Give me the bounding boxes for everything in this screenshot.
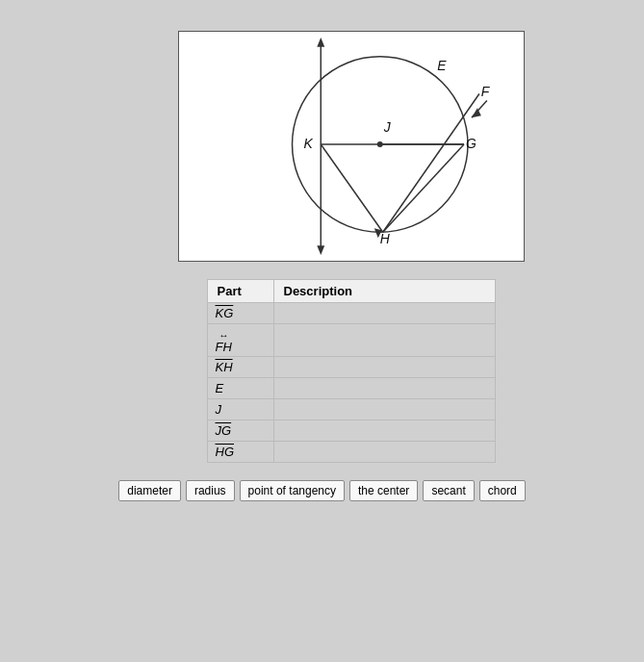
part-label-3: E [207,378,273,399]
table-row: E [207,378,495,399]
table-row: KG [207,303,495,324]
description-input-3[interactable] [282,381,487,395]
description-input-6[interactable] [282,445,487,459]
svg-line-11 [382,93,478,232]
part-label-0: KG [207,303,273,324]
label-G: G [465,136,476,151]
table-row: ↔FH [207,324,495,357]
table-row: J [207,399,495,420]
term-box-0[interactable]: diameter [118,480,181,501]
description-input-2[interactable] [282,360,487,374]
description-cell-1[interactable] [273,324,495,357]
main-content: K J E F G H [19,31,625,501]
part-label-6: HG [207,442,273,463]
term-box-3[interactable]: the center [349,480,418,501]
svg-line-9 [321,144,382,232]
col-part: Part [207,280,273,303]
description-input-0[interactable] [282,306,487,320]
term-box-5[interactable]: chord [479,480,526,501]
parts-table: Part Description KG↔FHKHEJJGHG [207,279,496,463]
diagram-container: K J E F G H [178,31,525,262]
label-E: E [437,58,447,73]
label-J: J [382,119,391,135]
description-cell-3[interactable] [273,378,495,399]
svg-marker-3 [317,245,324,255]
table-row: HG [207,442,495,463]
table-section: Part Description KG↔FHKHEJJGHG [207,279,496,463]
description-input-5[interactable] [282,423,487,438]
description-cell-2[interactable] [273,357,495,378]
table-row: JG [207,420,495,442]
part-label-5: JG [207,420,273,442]
svg-line-12 [382,144,463,232]
terms-row: diameterradiuspoint of tangencythe cente… [118,480,526,501]
col-description: Description [273,280,495,303]
diagram-svg: K J E F G H [179,32,524,261]
description-cell-4[interactable] [273,399,495,420]
part-label-2: KH [207,357,273,378]
description-input-4[interactable] [282,402,487,417]
label-K: K [303,136,313,151]
term-box-2[interactable]: point of tangency [240,480,345,501]
term-box-4[interactable]: secant [423,480,474,501]
label-F: F [480,84,490,99]
label-H: H [379,231,390,246]
description-cell-0[interactable] [273,303,495,324]
description-cell-5[interactable] [273,420,495,442]
term-box-1[interactable]: radius [186,480,235,501]
table-row: KH [207,357,495,378]
svg-marker-2 [317,38,324,47]
part-label-4: J [207,399,273,420]
description-input-1[interactable] [282,333,487,347]
description-cell-6[interactable] [273,442,495,463]
part-label-1: ↔FH [207,324,273,357]
